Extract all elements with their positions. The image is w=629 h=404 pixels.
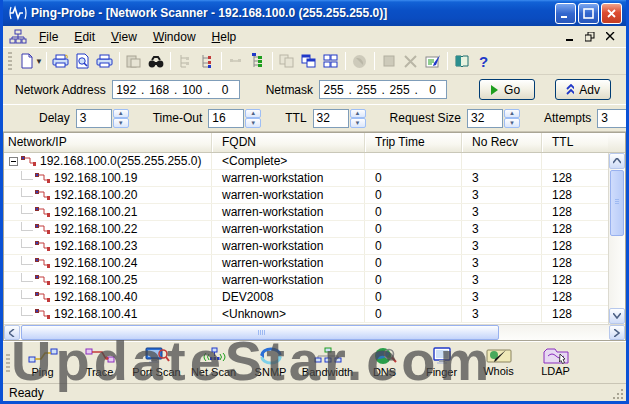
dns-icon (372, 347, 398, 365)
close-button[interactable] (601, 3, 622, 24)
port-scan-tool-button[interactable]: Port Scan (128, 344, 185, 382)
menu-window[interactable]: Window (145, 28, 204, 46)
dropdown-caret-icon[interactable]: ▼ (35, 57, 43, 66)
table-row[interactable]: 192.168.100.0(255.255.255.0) <Complete> (4, 153, 625, 170)
properties-icon[interactable] (422, 50, 444, 72)
row-ip-text: 192.168.100.22 (54, 222, 137, 236)
column-header-no-recv[interactable]: No Recv (462, 133, 542, 152)
row-no-recv-text: 3 (462, 306, 542, 322)
delay-spinner[interactable]: 3 ▲▼ (76, 109, 129, 128)
network-address-input[interactable]: 192. 168. 100. 0 (112, 80, 240, 99)
table-row[interactable]: 192.168.100.41 <Unknown> 0 3 128 (4, 306, 625, 323)
request-size-spinner[interactable]: 32 ▲▼ (467, 109, 520, 128)
row-no-recv-text: 3 (462, 204, 542, 220)
bandwidth-tool-button[interactable]: Bandwidth (299, 344, 356, 382)
column-header-trip-time[interactable]: Trip Time (365, 133, 462, 152)
help-icon[interactable]: ? (473, 50, 495, 72)
table-header: Network/IP FQDN Trip Time No Recv TTL (4, 133, 625, 153)
table-row[interactable]: 192.168.100.40 DEV2008 0 3 128 (4, 289, 625, 306)
mdi-minimize-button[interactable] (564, 31, 576, 43)
menu-bar: File Edit View Window Help (3, 26, 626, 48)
table-row[interactable]: 192.168.100.19 warren-workstation 0 3 12… (4, 170, 625, 187)
table-row[interactable]: 192.168.100.20 warren-workstation 0 3 12… (4, 187, 625, 204)
row-trip-time-text: 0 (365, 204, 462, 220)
column-header-fqdn[interactable]: FQDN (212, 133, 365, 152)
finger-tool-button[interactable]: Finger (413, 344, 470, 382)
column-header-network-ip[interactable]: Network/IP (4, 133, 212, 152)
table-row[interactable]: 192.168.100.22 warren-workstation 0 3 12… (4, 221, 625, 238)
scroll-up-icon[interactable] (609, 153, 625, 169)
tree-branch-connector (21, 222, 33, 231)
row-ttl-text: 128 (542, 187, 608, 203)
resize-grip[interactable] (611, 387, 624, 400)
vertical-scroll-thumb[interactable] (610, 170, 624, 236)
row-ttl-text: 128 (542, 204, 608, 220)
netmask-input[interactable]: 255. 255. 255. 0 (319, 80, 447, 99)
org-tree-icon[interactable] (247, 50, 269, 72)
scroll-right-icon[interactable] (609, 325, 625, 340)
minimize-button[interactable] (555, 3, 576, 24)
mdi-close-button[interactable] (604, 31, 616, 43)
horizontal-scrollbar[interactable] (4, 324, 625, 340)
host-node-icon (35, 241, 50, 252)
dns-tool-button[interactable]: DNS (356, 344, 413, 382)
title-bar[interactable]: Ping-Probe - [Network Scanner - 192.168.… (3, 0, 626, 26)
ttl-spinner[interactable]: 32 ▲▼ (313, 109, 366, 128)
row-trip-time-text (365, 153, 462, 169)
print-preview-icon[interactable] (72, 50, 94, 72)
row-ip-text: 192.168.100.25 (54, 273, 137, 287)
whois-tool-button[interactable]: Whois (470, 344, 527, 382)
menu-view[interactable]: View (103, 28, 145, 46)
cascade-windows-icon[interactable] (298, 50, 320, 72)
table-row[interactable]: 192.168.100.21 warren-workstation 0 3 12… (4, 204, 625, 221)
book-icon[interactable] (451, 50, 473, 72)
row-no-recv-text: 3 (462, 272, 542, 288)
net-scan-tool-button[interactable]: Net Scan (185, 344, 242, 382)
tree-list-icon[interactable] (196, 50, 218, 72)
ping-icon (28, 348, 58, 365)
tree-branch-connector (21, 256, 33, 265)
tree-collapse-icon[interactable] (9, 157, 18, 166)
find-binoculars-icon[interactable] (145, 50, 167, 72)
scroll-left-icon[interactable] (4, 325, 20, 340)
ping-tool-button[interactable]: Ping (14, 344, 71, 382)
horizontal-scroll-thumb[interactable] (21, 325, 499, 340)
timeout-spinner[interactable]: 16 ▲▼ (208, 109, 261, 128)
row-fqdn-text: warren-workstation (212, 204, 365, 220)
maximize-button[interactable] (578, 3, 599, 24)
snmp-tool-button[interactable]: SNMP (242, 344, 299, 382)
menu-help[interactable]: Help (204, 28, 245, 46)
status-bar: Ready (3, 383, 626, 402)
row-trip-time-text: 0 (365, 306, 462, 322)
finger-icon (431, 347, 453, 365)
row-trip-time-text: 0 (365, 187, 462, 203)
row-ip-text: 192.168.100.0(255.255.255.0) (40, 154, 201, 168)
vertical-scrollbar[interactable] (608, 153, 625, 324)
timeout-label: Time-Out (153, 111, 203, 125)
print-icon[interactable] (94, 50, 116, 72)
go-button[interactable]: Go (479, 79, 535, 100)
print-setup-icon[interactable] (50, 50, 72, 72)
column-header-ttl[interactable]: TTL (542, 133, 608, 152)
table-row[interactable]: 192.168.100.25 warren-workstation 0 3 12… (4, 272, 625, 289)
adv-chevrons-icon (566, 84, 574, 95)
trace-tool-button[interactable]: Trace (71, 344, 128, 382)
adv-button[interactable]: Adv (555, 79, 611, 100)
row-ip-text: 192.168.100.24 (54, 256, 137, 270)
menu-edit[interactable]: Edit (66, 28, 103, 46)
menu-file[interactable]: File (31, 28, 66, 46)
row-ip-text: 192.168.100.20 (54, 188, 137, 202)
attempts-spinner[interactable]: 3 ▲▼ (597, 109, 629, 128)
mdi-restore-button[interactable] (584, 31, 596, 43)
scroll-down-icon[interactable] (609, 308, 625, 324)
params-bar: Delay 3 ▲▼ Time-Out 16 ▲▼ TTL 32 ▲▼ Requ… (3, 105, 626, 132)
table-row[interactable]: 192.168.100.23 warren-workstation 0 3 12… (4, 238, 625, 255)
tile-windows-icon[interactable] (320, 50, 342, 72)
host-node-icon (35, 275, 50, 286)
tools-toolbar-grip[interactable] (6, 354, 10, 372)
subtree-disabled-icon (225, 50, 247, 72)
table-row[interactable]: 192.168.100.24 warren-workstation 0 3 12… (4, 255, 625, 272)
toolbar-grip[interactable] (8, 52, 12, 70)
host-node-icon (35, 258, 50, 269)
ldap-tool-button[interactable]: LDAP (527, 344, 584, 382)
